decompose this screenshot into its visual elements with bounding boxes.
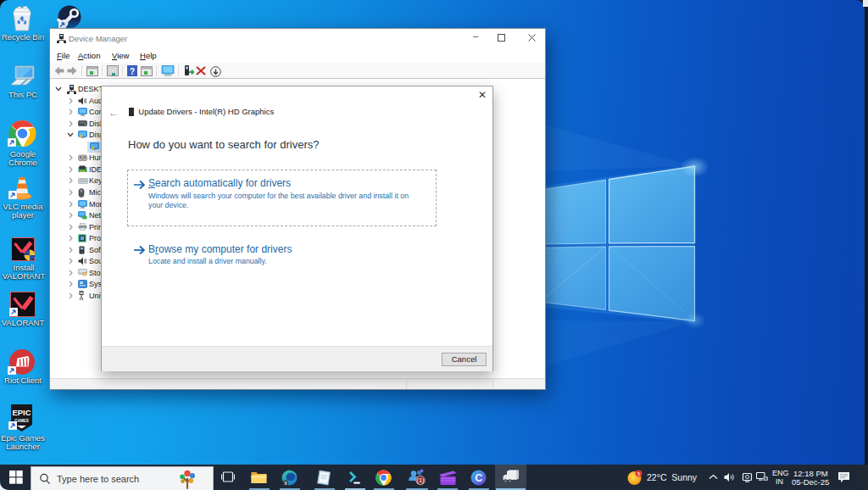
svg-text:8: 8 (285, 482, 287, 486)
svg-text:?: ? (130, 67, 135, 76)
svg-text:C: C (475, 472, 482, 484)
svg-text:5: 5 (637, 471, 640, 476)
svg-text:EPIC: EPIC (12, 408, 31, 417)
svg-text:(1): (1) (416, 476, 425, 484)
